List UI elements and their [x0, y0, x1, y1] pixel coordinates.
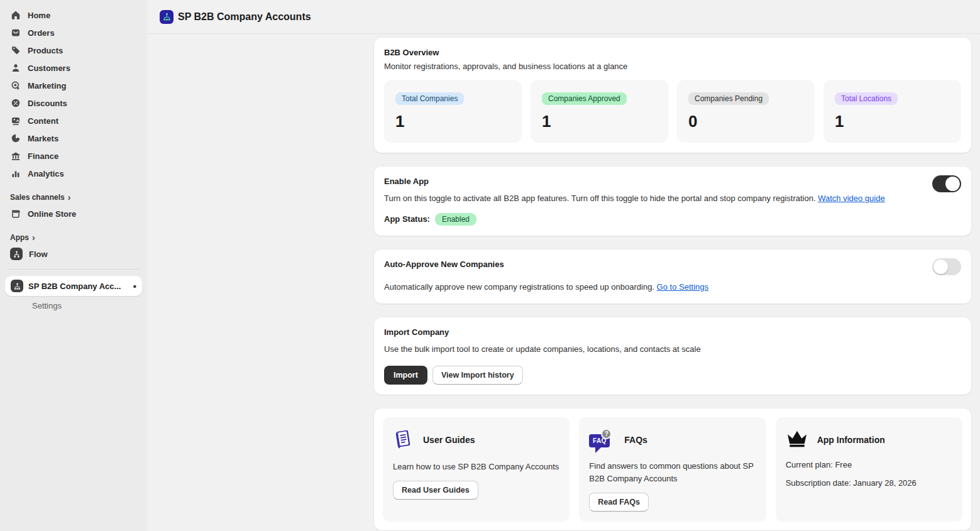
toggle-knob: [945, 177, 960, 191]
toggle-knob: [933, 260, 948, 274]
chevron-right-icon: ›: [32, 233, 35, 242]
sidebar-section-sales-channels[interactable]: Sales channels ›: [5, 190, 142, 205]
app-status-row: App Status: Enabled: [384, 213, 961, 226]
app-information-card: App Information Current plan: Free Subsc…: [776, 417, 962, 522]
home-icon: [10, 10, 21, 20]
import-button-row: Import View Import history: [384, 366, 961, 385]
storefront-icon: [10, 209, 21, 219]
sidebar-item-orders[interactable]: Orders: [5, 24, 142, 41]
auto-approve-card: Auto-Approve New Companies Automatically…: [374, 249, 971, 304]
markets-icon: $: [10, 133, 21, 143]
subscription-date-line: Subscription date: January 28, 2026: [786, 478, 952, 488]
faqs-title: FAQs: [624, 435, 647, 445]
discounts-icon: [10, 98, 21, 108]
sidebar-item-customers[interactable]: Customers: [5, 59, 142, 77]
sp-b2b-header-app-icon: [160, 10, 173, 24]
stat-badge: Total Locations: [835, 92, 898, 105]
sidebar-item-online-store[interactable]: Online Store: [5, 205, 142, 222]
read-user-guides-button[interactable]: Read User Guides: [393, 481, 478, 500]
customers-icon: [10, 63, 21, 73]
page-header: SP B2B Company Accounts: [147, 0, 980, 34]
auto-approve-toggle[interactable]: [932, 258, 961, 275]
question-mark-icon: ?: [601, 429, 612, 439]
sidebar-item-label: Analytics: [28, 169, 64, 178]
user-guides-card: User Guides Learn how to use SP B2B Comp…: [383, 417, 570, 522]
user-guides-description: Learn how to use SP B2B Company Accounts: [393, 461, 559, 473]
crown-icon: [786, 429, 808, 450]
app-information-header: App Information: [786, 427, 952, 452]
sidebar-item-analytics[interactable]: Analytics: [5, 165, 142, 182]
import-button[interactable]: Import: [384, 366, 427, 385]
sidebar-item-content[interactable]: Content: [5, 112, 142, 129]
sidebar-item-marketing[interactable]: Marketing: [5, 77, 142, 94]
sidebar: Home Orders Products Customers Marketing…: [0, 0, 147, 531]
user-guides-header: User Guides: [393, 427, 559, 453]
help-section-card: User Guides Learn how to use SP B2B Comp…: [374, 408, 971, 530]
notification-dot: •: [133, 281, 136, 292]
enable-app-toggle[interactable]: [932, 175, 961, 192]
sidebar-item-label: Marketing: [28, 81, 66, 90]
page-title: SP B2B Company Accounts: [178, 11, 311, 23]
stat-badge: Total Companies: [395, 92, 464, 105]
sales-channels-label: Sales channels: [10, 193, 65, 202]
sidebar-item-markets[interactable]: $ Markets: [5, 129, 142, 147]
stat-value: 1: [835, 112, 950, 131]
import-company-description: Use the bulk import tool to create or up…: [384, 344, 961, 356]
sidebar-item-sp-b2b-app[interactable]: SP B2B Company Acc... •: [5, 276, 142, 296]
chevron-right-icon: ›: [68, 193, 71, 202]
description-text: Automatically approve new company regist…: [384, 282, 654, 292]
watch-video-guide-link[interactable]: Watch video guide: [818, 194, 884, 203]
stat-badge: Companies Pending: [688, 92, 769, 105]
sidebar-item-label: Orders: [28, 28, 55, 38]
sidebar-divider: [8, 269, 140, 270]
stats-row: Total Companies 1 Companies Approved 1 C…: [384, 80, 961, 143]
flow-app-icon: [10, 248, 23, 260]
faqs-header: FAQ ? FAQs: [589, 427, 756, 452]
import-company-card: Import Company Use the bulk import tool …: [374, 317, 971, 395]
sidebar-item-label: Customers: [28, 63, 70, 73]
sidebar-item-discounts[interactable]: Discounts: [5, 94, 142, 112]
current-plan-line: Current plan: Free: [786, 460, 952, 469]
stat-tile-total-companies: Total Companies 1: [384, 80, 522, 143]
sidebar-item-label: Discounts: [28, 99, 67, 108]
app-information-title: App Information: [817, 435, 885, 445]
sp-b2b-app-icon: [11, 280, 23, 292]
products-icon: [10, 45, 21, 55]
sidebar-item-products[interactable]: Products: [5, 41, 142, 59]
svg-text:$: $: [17, 137, 19, 142]
stat-tile-total-locations: Total Locations 1: [823, 80, 961, 143]
go-to-settings-link[interactable]: Go to Settings: [657, 282, 708, 292]
faqs-description: Find answers to common questions about S…: [589, 460, 756, 485]
faqs-card: FAQ ? FAQs Find answers to common questi…: [579, 417, 766, 522]
sidebar-item-settings[interactable]: Settings: [5, 296, 142, 310]
sidebar-item-finance[interactable]: Finance: [5, 147, 142, 165]
stat-value: 0: [688, 112, 803, 131]
user-guides-icon: [393, 427, 414, 453]
auto-approve-title: Auto-Approve New Companies: [384, 260, 961, 269]
b2b-overview-card: B2B Overview Monitor registrations, appr…: [374, 38, 971, 153]
finance-icon: [10, 151, 21, 161]
help-row: User Guides Learn how to use SP B2B Comp…: [383, 417, 962, 522]
stat-value: 1: [542, 112, 657, 131]
sidebar-item-label: SP B2B Company Acc...: [28, 282, 121, 291]
sidebar-section-apps[interactable]: Apps ›: [5, 230, 142, 245]
read-faqs-button[interactable]: Read FAQs: [589, 493, 649, 512]
sidebar-item-label: Content: [28, 116, 58, 126]
enable-app-description: Turn on this toggle to activate all B2B …: [384, 193, 961, 205]
import-company-title: Import Company: [384, 327, 961, 337]
user-guides-title: User Guides: [423, 435, 475, 445]
page-content: B2B Overview Monitor registrations, appr…: [374, 38, 971, 531]
sidebar-item-label: Online Store: [28, 209, 76, 219]
stat-value: 1: [395, 112, 510, 131]
sidebar-item-home[interactable]: Home: [5, 6, 142, 24]
sidebar-item-flow[interactable]: Flow: [5, 245, 142, 263]
view-import-history-button[interactable]: View Import history: [432, 366, 523, 385]
overview-subtitle: Monitor registrations, approvals, and bu…: [384, 62, 961, 71]
stat-tile-companies-approved: Companies Approved 1: [531, 80, 668, 143]
sidebar-item-label: Markets: [28, 134, 58, 143]
sidebar-item-label: Products: [28, 46, 63, 55]
stat-tile-companies-pending: Companies Pending 0: [677, 80, 815, 143]
auto-approve-description: Automatically approve new company regist…: [384, 282, 961, 293]
apps-label: Apps: [10, 233, 29, 242]
sidebar-item-label: Finance: [28, 151, 58, 161]
